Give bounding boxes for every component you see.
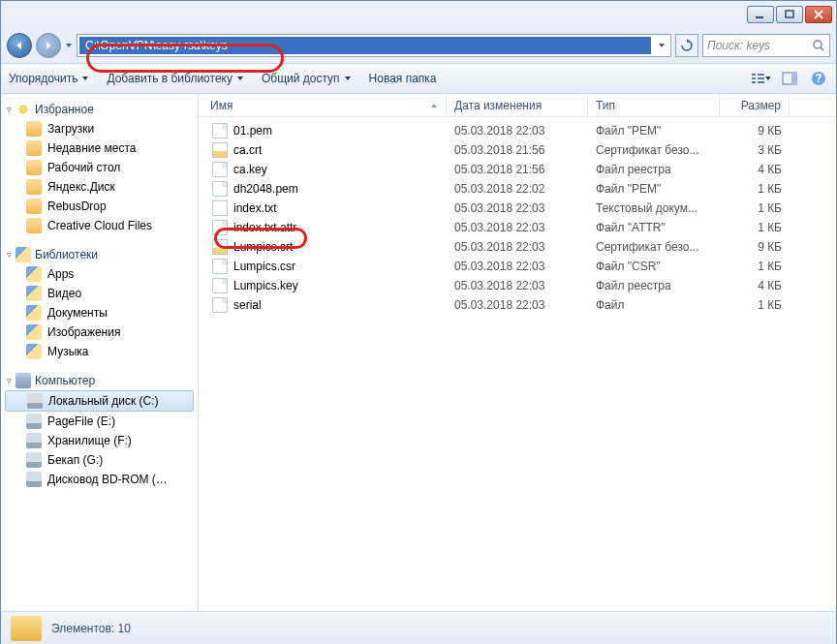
file-icon	[212, 297, 228, 313]
sidebar-item[interactable]: Хранилище (F:)	[1, 431, 198, 450]
col-name[interactable]: Имя	[199, 94, 447, 116]
svg-rect-0	[756, 16, 763, 18]
file-name: index.txt.attr	[233, 221, 296, 234]
file-row[interactable]: serial05.03.2018 22:03Файл1 КБ	[199, 295, 836, 315]
navbar: C:\OpenVPN\easy-rsa\keys Поиск: keys	[1, 28, 836, 63]
item-count: Элементов: 10	[51, 622, 131, 635]
sidebar-item-label: Локальный диск (C:)	[48, 394, 159, 408]
sidebar-item-label: Документы	[47, 306, 108, 320]
file-size: 1 КБ	[720, 182, 790, 196]
sidebar-item[interactable]: Локальный диск (C:)	[5, 390, 194, 412]
sidebar-item[interactable]: Изображения	[1, 322, 198, 342]
file-row[interactable]: Lumpics.key05.03.2018 22:03Файл реестра4…	[199, 276, 836, 295]
file-row[interactable]: index.txt05.03.2018 22:03Текстовый докум…	[199, 199, 836, 218]
chevron-down-icon	[344, 75, 352, 82]
close-button[interactable]	[805, 6, 832, 23]
favorites-header[interactable]: ▿Избранное	[1, 100, 198, 119]
drive-icon	[26, 452, 42, 468]
help-button[interactable]: ?	[809, 69, 828, 88]
file-icon	[212, 278, 228, 293]
file-type: Текстовый докум...	[588, 201, 720, 215]
address-bar[interactable]: C:\OpenVPN\easy-rsa\keys	[77, 34, 671, 57]
history-dropdown-icon[interactable]	[65, 41, 73, 50]
file-icon	[212, 259, 228, 274]
search-placeholder: Поиск: keys	[707, 39, 770, 52]
file-icon	[212, 142, 228, 158]
file-name: index.txt	[233, 201, 277, 215]
file-row[interactable]: Lumpics.crt05.03.2018 22:03Сертификат бе…	[199, 237, 836, 257]
file-date: 05.03.2018 22:03	[447, 298, 588, 312]
file-size: 1 КБ	[720, 221, 790, 234]
file-icon	[212, 162, 228, 177]
file-size: 1 КБ	[720, 201, 790, 215]
sidebar[interactable]: ▿Избранное ЗагрузкиНедавние местаРабочий…	[1, 94, 199, 611]
lib-icon	[26, 324, 42, 340]
file-date: 05.03.2018 22:03	[447, 124, 588, 138]
sidebar-item-label: Музыка	[47, 345, 88, 358]
file-name: 01.pem	[233, 124, 272, 138]
svg-rect-3	[752, 74, 756, 76]
col-size[interactable]: Размер	[720, 94, 790, 116]
sidebar-item[interactable]: Документы	[1, 303, 198, 322]
lib-icon	[26, 344, 42, 359]
sidebar-item[interactable]: Бекап (G:)	[1, 450, 198, 470]
file-type: Файл "ATTR"	[588, 221, 720, 234]
file-row[interactable]: Lumpics.csr05.03.2018 22:03Файл "CSR"1 К…	[199, 257, 836, 276]
svg-rect-6	[758, 77, 764, 79]
folder-icon	[26, 218, 42, 233]
sidebar-item[interactable]: Недавние места	[1, 138, 198, 158]
file-name: Lumpics.key	[233, 279, 298, 292]
sidebar-item[interactable]: Загрузки	[1, 119, 198, 138]
share-button[interactable]: Общий доступ	[262, 72, 352, 85]
libraries-header[interactable]: ▿Библиотеки	[1, 245, 198, 264]
file-date: 05.03.2018 21:56	[447, 143, 588, 157]
file-date: 05.03.2018 22:02	[447, 182, 588, 196]
file-row[interactable]: ca.crt05.03.2018 21:56Сертификат безо...…	[199, 140, 836, 160]
file-name: ca.crt	[233, 143, 262, 157]
file-rows: 01.pem05.03.2018 22:03Файл "PEM"9 КБca.c…	[199, 117, 836, 319]
back-button[interactable]	[7, 33, 32, 58]
libraries-icon	[16, 247, 31, 262]
new-folder-button[interactable]: Новая папка	[369, 72, 437, 85]
computer-header[interactable]: ▿Компьютер	[1, 371, 198, 390]
star-icon	[16, 102, 31, 117]
sidebar-item[interactable]: PageFile (E:)	[1, 412, 198, 431]
col-date[interactable]: Дата изменения	[447, 94, 588, 116]
sidebar-item[interactable]: Creative Cloud Files	[1, 216, 198, 235]
sidebar-item[interactable]: Музыка	[1, 342, 198, 361]
file-row[interactable]: index.txt.attr05.03.2018 22:03Файл "ATTR…	[199, 218, 836, 237]
file-row[interactable]: 01.pem05.03.2018 22:03Файл "PEM"9 КБ	[199, 121, 836, 140]
sidebar-item[interactable]: Дисковод BD-ROM (…	[1, 470, 198, 489]
refresh-button[interactable]	[675, 34, 698, 57]
statusbar: Элементов: 10	[1, 611, 836, 644]
drive-icon	[26, 472, 42, 487]
file-row[interactable]: ca.key05.03.2018 21:56Файл реестра4 КБ	[199, 160, 836, 179]
add-to-library-button[interactable]: Добавить в библиотеку	[107, 72, 244, 85]
sidebar-item[interactable]: Рабочий стол	[1, 158, 198, 177]
preview-pane-button[interactable]	[780, 69, 799, 88]
svg-rect-7	[752, 81, 756, 83]
address-text[interactable]: C:\OpenVPN\easy-rsa\keys	[79, 37, 651, 54]
file-name: serial	[233, 298, 262, 312]
sidebar-item[interactable]: RebusDrop	[1, 197, 198, 216]
forward-button[interactable]	[36, 33, 61, 58]
sidebar-item[interactable]: Видео	[1, 284, 198, 303]
minimize-button[interactable]	[747, 6, 774, 23]
file-icon	[212, 239, 228, 255]
file-row[interactable]: dh2048.pem05.03.2018 22:02Файл "PEM"1 КБ	[199, 179, 836, 199]
file-size: 9 КБ	[720, 240, 790, 254]
sidebar-item-label: Недавние места	[47, 141, 136, 155]
lib-icon	[26, 286, 42, 301]
col-type[interactable]: Тип	[588, 94, 720, 116]
file-size: 9 КБ	[720, 124, 790, 138]
file-name: dh2048.pem	[233, 182, 298, 196]
view-options-button[interactable]	[751, 69, 770, 88]
file-type: Файл "PEM"	[588, 182, 720, 196]
sidebar-item[interactable]: Apps	[1, 264, 198, 284]
organize-button[interactable]: Упорядочить	[9, 72, 89, 85]
sidebar-item-label: Дисковод BD-ROM (…	[47, 473, 168, 486]
sidebar-item[interactable]: Яндекс.Диск	[1, 177, 198, 197]
maximize-button[interactable]	[776, 6, 803, 23]
search-box[interactable]: Поиск: keys	[702, 34, 830, 57]
address-dropdown-icon[interactable]	[653, 42, 670, 49]
